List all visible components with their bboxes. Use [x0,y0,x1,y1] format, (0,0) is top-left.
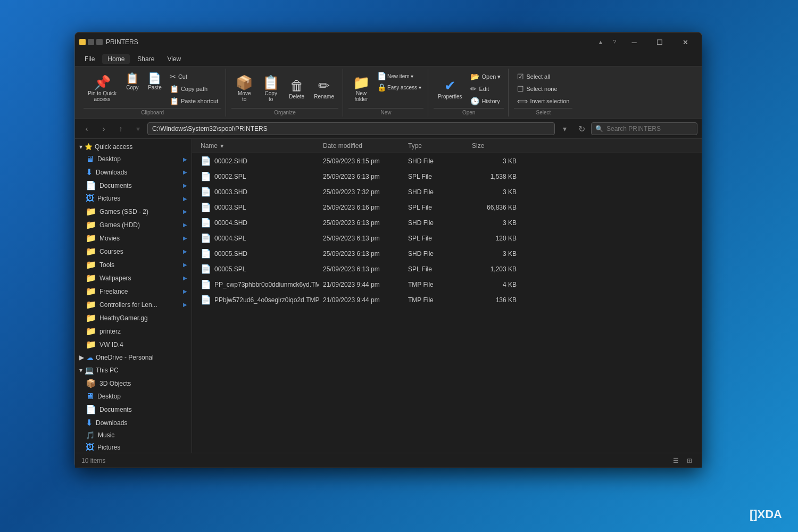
ribbon-copy-path[interactable]: 📋 Copy path [167,83,221,95]
close-button[interactable]: ✕ [673,34,697,51]
table-row[interactable]: 📄00005.SPL25/09/2023 6:13 pmSPL File1,20… [192,261,702,277]
file-date: 25/09/2023 6:13 pm [319,233,404,244]
sidebar-item-3dobjects[interactable]: 📦 3D Objects [75,377,192,390]
pin-arrow-movies: ▶ [183,235,187,241]
sidebar-onedrive-header[interactable]: ▶ ☁ OneDrive - Personal [75,351,192,364]
ribbon-rename[interactable]: ✏ Rename [310,71,338,107]
3dobjects-icon: 📦 [86,378,96,388]
ribbon-delete[interactable]: 🗑 Delete [285,71,309,107]
title-bar-left: PRINTERS [79,38,138,46]
table-row[interactable]: 📄PP_cwp73phbbr0o0ddiunmck6yd.TMP21/09/20… [192,277,702,292]
thispc-label: This PC [96,367,119,374]
sidebar-item-pictures[interactable]: 🖼 Pictures ▶ [75,192,192,205]
ribbon-invert-selection[interactable]: ⟺ Invert selection [514,95,572,107]
sidebar-item-freelance[interactable]: 📁 Freelance ▶ [75,285,192,298]
file-type: SHD File [404,248,468,259]
new-small-col: 📄 New item ▾ 🔒 Easy access ▾ [375,71,423,93]
table-row[interactable]: 📄00003.SHD25/09/2023 7:32 pmSHD File3 KB [192,184,702,200]
ribbon-easy-access[interactable]: 🔒 Easy access ▾ [375,82,423,93]
sidebar-item-movies[interactable]: 📁 Movies ▶ [75,231,192,245]
sidebar-item-printerz[interactable]: 📁 printerz [75,325,192,338]
sidebar-item-tools[interactable]: 📁 Tools ▶ [75,258,192,271]
tools-label: Tools [99,261,114,269]
table-row[interactable]: 📄00004.SHD25/09/2023 6:13 pmSHD File3 KB [192,215,702,230]
table-row[interactable]: 📄00002.SPL25/09/2023 6:13 pmSPL File1,53… [192,169,702,184]
ribbon-paste[interactable]: 📄 Paste [144,71,165,93]
file-name: 00004.SHD [214,219,247,227]
controllers-label: Controllers for Len... [99,301,157,309]
sidebar-quick-access-header[interactable]: ▾ ⭐ Quick access [75,141,192,153]
nav-dropdown-button[interactable]: ▾ [557,121,572,136]
ribbon-pin-quick-access[interactable]: 📌 Pin to Quickaccess [84,71,121,107]
sidebar-item-games-hdd[interactable]: 📁 Games (HDD) ▶ [75,218,192,231]
ribbon-group-clipboard: 📌 Pin to Quickaccess 📋 Copy 📄 Paste [79,69,226,117]
sidebar-item-desktop-pc[interactable]: 🖥 Desktop [75,390,192,403]
invert-icon: ⟺ [517,97,528,105]
sidebar-item-vw[interactable]: 📁 VW ID.4 [75,338,192,351]
sort-arrow: ▼ [219,143,225,149]
nav-forward-button[interactable]: › [96,121,111,136]
detail-view-button[interactable]: ⊞ [684,455,695,467]
sidebar-item-documents[interactable]: 📄 Documents ▶ [75,179,192,192]
ribbon-select-none[interactable]: ☐ Select none [514,83,572,95]
ribbon-edit[interactable]: ✏ Edit [467,83,504,95]
ribbon-properties[interactable]: ✔ Properties [434,71,467,107]
menu-home[interactable]: Home [102,54,130,64]
nav-back-button[interactable]: ‹ [79,121,94,136]
list-view-button[interactable]: ☰ [670,455,681,467]
table-row[interactable]: 📄00005.SHD25/09/2023 6:13 pmSHD File3 KB [192,246,702,261]
ribbon-copy[interactable]: 📋 Copy [122,71,143,93]
courses-icon: 📁 [86,246,96,256]
col-header-size[interactable]: Size [468,139,521,153]
ribbon-new-item[interactable]: 📄 New item ▾ [375,71,423,81]
ribbon-paste-shortcut[interactable]: 📋 Paste shortcut [167,95,221,107]
search-input[interactable] [591,122,697,135]
open-content: ✔ Properties 📂 Open ▾ ✏ Edit 🕓 History [434,69,504,107]
sidebar-item-controllers[interactable]: 📁 Controllers for Len... ▶ [75,298,192,311]
ribbon-move-to[interactable]: 📦 Moveto [231,71,257,107]
menu-file[interactable]: File [79,54,100,64]
nav-recent-button[interactable]: ▾ [130,121,145,136]
maximize-button[interactable]: ☐ [647,34,672,51]
refresh-button[interactable]: ↻ [574,121,589,136]
col-header-type[interactable]: Type [404,139,468,153]
address-input[interactable] [147,122,555,135]
select-col: ☑ Select all ☐ Select none ⟺ Invert sele… [514,71,572,107]
file-size: 4 KB [468,279,521,290]
games-ssd-icon: 📁 [86,206,96,217]
menu-share[interactable]: Share [132,54,160,64]
table-row[interactable]: 📄00003.SPL25/09/2023 6:16 pmSPL File66,8… [192,200,702,215]
nav-up-button[interactable]: ↑ [113,121,128,136]
col-header-date[interactable]: Date modified [319,139,404,153]
sidebar-thispc-header[interactable]: ▾ 💻 This PC [75,364,192,377]
sidebar-item-heathy[interactable]: 📁 HeathyGamer.gg [75,311,192,325]
sidebar-item-documents-pc[interactable]: 📄 Documents [75,403,192,416]
table-row[interactable]: 📄00002.SHD25/09/2023 6:15 pmSHD File3 KB [192,153,702,169]
ribbon-open[interactable]: 📂 Open ▾ [467,71,504,82]
sidebar-item-wallpapers[interactable]: 📁 Wallpapers ▶ [75,271,192,285]
file-name: 00005.SHD [214,250,247,257]
sidebar-item-downloads[interactable]: ⬇ Downloads ▶ [75,165,192,179]
table-row[interactable]: 📄00004.SPL25/09/2023 6:13 pmSPL File120 … [192,230,702,246]
ribbon-cut[interactable]: ✂ Cut [167,71,221,82]
downloads-label: Downloads [96,169,127,176]
ribbon-select-all[interactable]: ☑ Select all [514,71,572,82]
ribbon-collapse-btn[interactable]: ▲ [594,36,607,48]
menu-view[interactable]: View [162,54,186,64]
sidebar-item-music[interactable]: 🎵 Music [75,429,192,441]
ribbon-history[interactable]: 🕓 History [467,95,504,107]
help-btn[interactable]: ? [608,36,621,48]
ribbon-copy-to[interactable]: 📋 Copyto [258,71,284,107]
sidebar-item-pictures-pc[interactable]: 🖼 Pictures [75,441,192,453]
col-header-name[interactable]: Name ▼ [196,139,319,153]
sidebar-item-desktop[interactable]: 🖥 Desktop ▶ [75,153,192,165]
pin-arrow-freelance: ▶ [183,288,187,294]
sidebar-item-games-ssd[interactable]: 📁 Games (SSD - 2) ▶ [75,205,192,218]
table-row[interactable]: 📄PPbjw572ud6_4o0seglrz0iqo2d.TMP21/09/20… [192,292,702,307]
sidebar-item-downloads-pc[interactable]: ⬇ Downloads [75,416,192,429]
minimize-button[interactable]: ─ [622,34,646,51]
pictures-pc-icon: 🖼 [86,443,94,452]
select-content: ☑ Select all ☐ Select none ⟺ Invert sele… [514,69,572,107]
ribbon-new-folder[interactable]: 📁 Newfolder [348,71,374,107]
sidebar-item-courses[interactable]: 📁 Courses ▶ [75,245,192,258]
